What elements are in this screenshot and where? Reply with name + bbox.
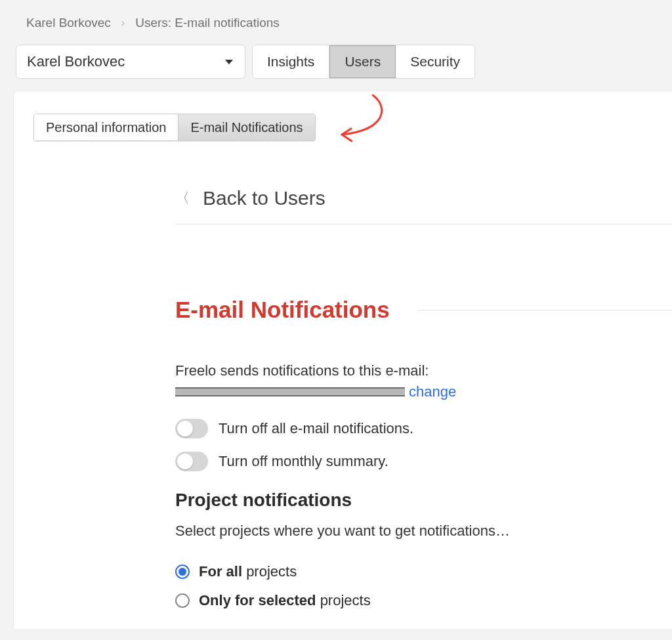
change-email-link[interactable]: change [409, 383, 456, 400]
sub-tab-group: Personal information E-mail Notification… [33, 114, 316, 141]
back-to-users-link[interactable]: 〈 Back to Users [175, 187, 672, 224]
toggle-all-email-off[interactable] [175, 419, 208, 438]
subtab-email-notifications[interactable]: E-mail Notifications [178, 114, 314, 140]
radio-all-projects-label: For all projects [199, 563, 297, 580]
radio-option-all-projects[interactable]: For all projects [175, 563, 672, 580]
subtab-personal-information[interactable]: Personal information [34, 114, 178, 140]
back-link-label: Back to Users [203, 187, 326, 209]
toggle-monthly-summary-off[interactable] [175, 452, 208, 471]
breadcrumb: Karel Borkovec › Users: E-mail notificat… [13, 16, 672, 30]
toggle-monthly-summary-label: Turn off monthly summary. [219, 453, 388, 470]
tab-users[interactable]: Users [329, 45, 396, 78]
tab-security[interactable]: Security [396, 45, 474, 78]
project-notifications-lead: Select projects where you want to get no… [175, 523, 672, 540]
breadcrumb-item-current: Users: E-mail notifications [135, 16, 280, 30]
user-select-value: Karel Borkovec [27, 53, 125, 70]
heading-rule [417, 310, 672, 310]
user-select-dropdown[interactable]: Karel Borkovec [16, 45, 245, 79]
caret-down-icon [225, 60, 233, 64]
redacted-email [175, 387, 405, 396]
toggle-knob [177, 421, 193, 437]
chevron-right-icon: › [121, 17, 125, 29]
radio-selected-projects-label: Only for selected projects [199, 592, 371, 609]
page-title: E-mail Notifications [175, 297, 390, 323]
toggle-all-email-label: Turn off all e-mail notifications. [219, 420, 413, 437]
toggle-knob [177, 454, 193, 469]
chevron-left-icon: 〈 [175, 188, 190, 208]
radio-selected-projects[interactable] [175, 593, 190, 608]
top-tab-group: Insights Users Security [252, 45, 475, 79]
radio-option-selected-projects[interactable]: Only for selected projects [175, 592, 672, 609]
radio-all-projects[interactable] [175, 565, 190, 579]
breadcrumb-item-user[interactable]: Karel Borkovec [26, 16, 111, 30]
main-card: Personal information E-mail Notification… [13, 91, 672, 629]
tab-insights[interactable]: Insights [253, 45, 329, 78]
email-lead-text: Freelo sends notifications to this e-mai… [175, 362, 672, 379]
project-notifications-heading: Project notifications [175, 490, 672, 511]
